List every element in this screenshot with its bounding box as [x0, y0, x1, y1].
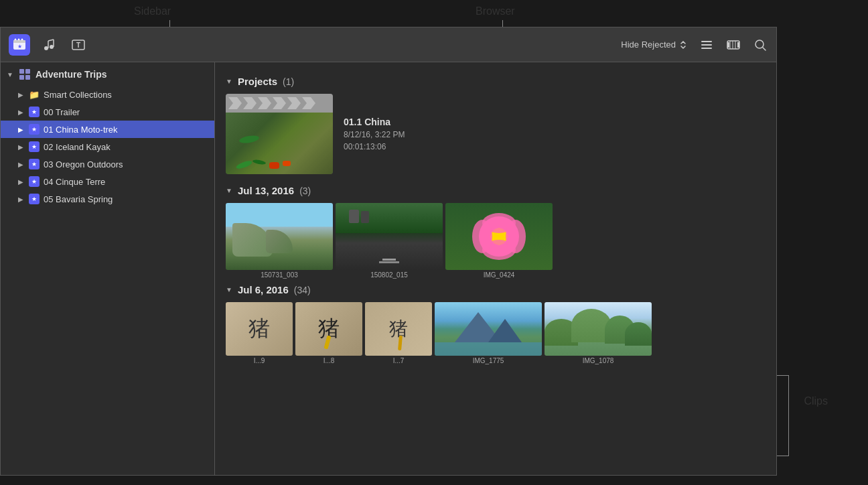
sidebar-item-china[interactable]: ★ 01 China Moto-trek: [1, 121, 214, 138]
svg-rect-14: [701, 44, 712, 46]
sidebar-item-trailer[interactable]: ★ 00 Trailer: [1, 103, 214, 121]
clip-label: 150731_003: [261, 271, 298, 279]
project-item[interactable]: 01.1 China 8/12/16, 3:22 PM 00:01:13:06: [226, 94, 766, 174]
media-icon-button[interactable]: ★: [9, 34, 30, 56]
iceland-label: 02 Iceland Kayak: [44, 142, 111, 152]
svg-marker-4: [14, 38, 17, 40]
clip-label: IMG_0424: [484, 271, 515, 279]
projects-title: Projects: [238, 76, 277, 87]
jul6-clip-grid: 猪 I...9 猪 I...8: [226, 302, 766, 364]
sidebar-annotation: Sidebar: [134, 5, 171, 17]
svg-rect-25: [25, 69, 30, 74]
oregon-star-icon: ★: [29, 159, 40, 169]
sidebar-library[interactable]: Adventure Trips: [1, 62, 214, 86]
svg-point-7: [50, 45, 54, 49]
filmstrip-view-button[interactable]: [725, 37, 741, 53]
iceland-star-icon: ★: [29, 141, 40, 152]
sidebar-item-cinque[interactable]: ★ 04 Cinque Terre: [1, 173, 214, 190]
svg-text:★: ★: [17, 44, 22, 50]
hide-rejected-button[interactable]: Hide Rejected: [621, 40, 688, 50]
list-view-button[interactable]: [699, 37, 715, 53]
svg-line-10: [48, 40, 54, 41]
toolbar-right: Hide Rejected: [621, 37, 768, 53]
library-icon: [18, 68, 31, 81]
smart-collections-folder-icon: 📁: [29, 90, 40, 100]
clip-item[interactable]: 150731_003: [226, 203, 333, 279]
bavaria-chevron-icon: [17, 195, 25, 203]
china-star-icon: ★: [29, 124, 40, 135]
clip-label: IMG_1775: [473, 357, 504, 364]
hide-rejected-label: Hide Rejected: [621, 40, 676, 50]
smart-collections-chevron-icon: [17, 91, 25, 99]
content-area: Adventure Trips 📁 Smart Collections ★ 00…: [1, 62, 776, 475]
clip-item[interactable]: 猪 I...8: [295, 302, 362, 364]
jul6-title: Jul 6, 2016: [238, 284, 289, 295]
svg-marker-2: [17, 38, 20, 40]
clip-label: I...9: [254, 357, 265, 364]
jul6-chevron-icon[interactable]: ▼: [226, 286, 232, 293]
projects-count: (1): [283, 76, 294, 87]
toolbar-icons: ★ T: [9, 34, 89, 56]
browser-annotation: Browser: [476, 5, 515, 17]
jul13-clip-grid: 150731_003 150802_015: [226, 203, 766, 279]
svg-rect-15: [701, 48, 712, 49]
oregon-chevron-icon: [17, 160, 25, 168]
trailer-label: 00 Trailer: [44, 107, 80, 117]
svg-rect-27: [25, 75, 30, 80]
cinque-label: 04 Cinque Terre: [44, 177, 105, 187]
search-button[interactable]: [752, 37, 768, 53]
library-name: Adventure Trips: [35, 69, 107, 80]
project-thumbnail: [226, 94, 333, 174]
jul13-section-header: ▼ Jul 13, 2016 (3): [226, 185, 766, 196]
svg-point-6: [44, 46, 48, 50]
svg-text:T: T: [76, 42, 80, 49]
library-chevron-icon: [6, 70, 14, 78]
jul6-section-header: ▼ Jul 6, 2016 (34): [226, 284, 766, 295]
cinque-star-icon: ★: [29, 176, 40, 187]
svg-rect-18: [737, 42, 739, 48]
svg-rect-17: [727, 42, 729, 48]
clip-label: 150802_015: [370, 271, 408, 279]
jul13-chevron-icon[interactable]: ▼: [226, 187, 232, 194]
projects-chevron-icon[interactable]: ▼: [226, 78, 232, 85]
oregon-label: 03 Oregon Outdoors: [44, 159, 123, 169]
svg-rect-24: [19, 69, 24, 74]
clip-item[interactable]: IMG_1078: [545, 302, 652, 364]
projects-section-header: ▼ Projects (1): [226, 76, 766, 87]
svg-rect-26: [19, 75, 24, 80]
clip-item[interactable]: 150802_015: [336, 203, 443, 279]
toolbar: ★ T: [1, 27, 776, 62]
project-name: 01.1 China: [344, 117, 405, 127]
sidebar-item-iceland[interactable]: ★ 02 Iceland Kayak: [1, 138, 214, 155]
svg-line-23: [763, 48, 766, 50]
jul6-count: (34): [294, 285, 311, 295]
clip-item[interactable]: 猪 I...9: [226, 302, 293, 364]
project-info: 01.1 China 8/12/16, 3:22 PM 00:01:13:06: [344, 117, 405, 151]
project-duration: 00:01:13:06: [344, 142, 405, 151]
browser: ▼ Projects (1): [215, 62, 776, 475]
jul13-count: (3): [299, 186, 311, 196]
clip-label: I...8: [323, 357, 335, 364]
title-icon-button[interactable]: T: [68, 34, 89, 56]
clip-label: IMG_1078: [583, 357, 614, 364]
bavaria-star-icon: ★: [29, 194, 40, 204]
clip-item[interactable]: 猪 I...7: [365, 302, 432, 364]
svg-point-22: [755, 40, 764, 48]
svg-rect-13: [701, 41, 712, 42]
sidebar-item-smart-collections[interactable]: 📁 Smart Collections: [1, 86, 214, 103]
clips-annotation: Clips: [804, 395, 828, 407]
sidebar-item-oregon[interactable]: ★ 03 Oregon Outdoors: [1, 155, 214, 173]
iceland-chevron-icon: [17, 143, 25, 151]
sidebar: Adventure Trips 📁 Smart Collections ★ 00…: [1, 62, 215, 475]
app-window: ★ T: [0, 27, 777, 476]
svg-marker-3: [21, 38, 23, 40]
sidebar-item-bavaria[interactable]: ★ 05 Bavaria Spring: [1, 190, 214, 208]
smart-collections-label: Smart Collections: [44, 90, 112, 100]
svg-rect-1: [13, 40, 25, 43]
project-date: 8/12/16, 3:22 PM: [344, 130, 405, 139]
trailer-chevron-icon: [17, 108, 25, 116]
clip-item[interactable]: IMG_0424: [445, 203, 553, 279]
music-icon-button[interactable]: [38, 34, 60, 56]
china-label: 01 China Moto-trek: [44, 125, 118, 135]
clip-item[interactable]: IMG_1775: [435, 302, 542, 364]
